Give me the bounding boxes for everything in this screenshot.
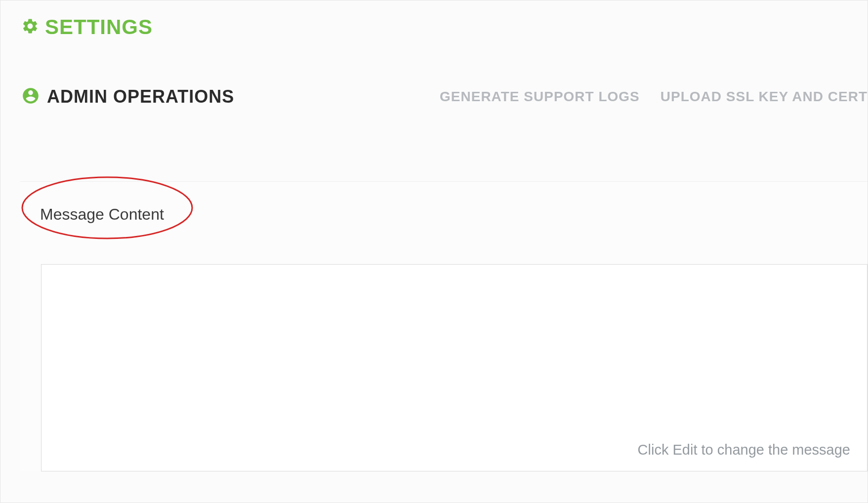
message-content-heading-wrap: Message Content	[20, 205, 868, 224]
section-title: ADMIN OPERATIONS	[47, 86, 234, 107]
message-content-panel: Message Content Click Edit to change the…	[20, 181, 868, 471]
generate-support-logs-link[interactable]: GENERATE SUPPORT LOGS	[440, 89, 640, 105]
section-actions: GENERATE SUPPORT LOGS UPLOAD SSL KEY AND…	[440, 89, 868, 105]
gear-icon	[21, 17, 39, 37]
message-content-placeholder: Click Edit to change the message	[638, 442, 850, 458]
upload-ssl-key-and-cert-link[interactable]: UPLOAD SSL KEY AND CERT	[661, 89, 868, 105]
section-header-row: ADMIN OPERATIONS GENERATE SUPPORT LOGS U…	[0, 86, 868, 107]
user-circle-icon	[21, 86, 40, 107]
page-title-row: SETTINGS	[0, 0, 868, 39]
message-content-box[interactable]: Click Edit to change the message	[41, 264, 868, 471]
page-title: SETTINGS	[45, 15, 153, 39]
message-content-heading: Message Content	[40, 205, 868, 224]
section-header-left: ADMIN OPERATIONS	[21, 86, 234, 107]
